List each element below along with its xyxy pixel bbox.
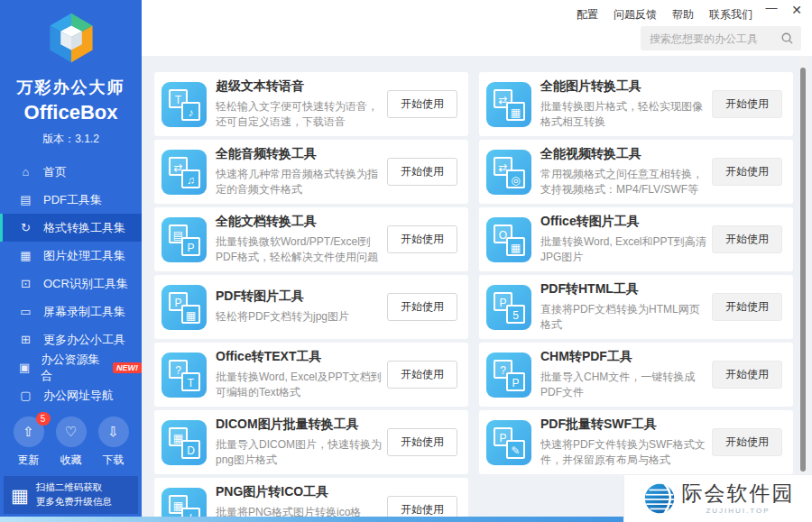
pdf-to-image-start-button[interactable]: 开始使用 xyxy=(387,293,457,321)
icon-glyph-front: D xyxy=(181,440,200,459)
tool-desc: 批量转换图片格式，轻松实现图像格式相互转换 xyxy=(540,99,706,130)
tool-text: 全能视频转换工具常用视频格式之间任意互相转换，支持视频格式：MP4/FLV/SW… xyxy=(540,146,712,197)
app-title: 万彩办公大师 xyxy=(0,77,142,98)
tool-desc: 批量导入DICOM图片，快速转换为png图片格式 xyxy=(216,437,382,468)
more-office-tools-icon: ⊞ xyxy=(18,333,33,346)
update-button[interactable]: ⇧5更新 xyxy=(14,417,44,468)
tool-text: 超级文本转语音轻松输入文字便可快速转为语音，还可自定义语速，下载语音 xyxy=(216,78,387,130)
image-converter-icon: ⇄▦ xyxy=(486,82,531,127)
qr-text-line1: 扫描二维码获取 xyxy=(36,481,103,492)
icon-glyph-front: ♪ xyxy=(181,102,200,121)
text-to-speech-icon: T♪ xyxy=(161,82,207,127)
action-label: 下载 xyxy=(98,453,129,468)
tool-text: PDF转HTML工具直接将PDF文档转换为HTML网页格式 xyxy=(540,281,712,333)
close-button[interactable]: ✕ xyxy=(787,3,807,17)
tool-text: DICOM图片批量转换工具批量导入DICOM图片，快速转换为png图片格式 xyxy=(216,417,387,468)
tool-desc: 批量导入CHM文件，一键转换成PDF文件 xyxy=(540,370,706,400)
tool-title: DICOM图片批量转换工具 xyxy=(216,417,382,433)
sidebar-menu: ⌂首页▤PDF工具集↻格式转换工具集▦图片处理工具集⊡OCR识别工具集▭屏幕录制… xyxy=(0,158,142,409)
sidebar-item-more-office-tools[interactable]: ⊞更多办公小工具 xyxy=(0,325,142,353)
qr-text: 扫描二维码获取 更多免费升级信息 xyxy=(36,481,112,509)
qr-text-line2: 更多免费升级信息 xyxy=(36,496,112,507)
download-glyph: ⇩ xyxy=(107,424,119,440)
sidebar-item-office-resources[interactable]: ▣办公资源集合NEW! xyxy=(0,353,142,381)
pdf-to-html-start-button[interactable]: 开始使用 xyxy=(712,293,782,321)
sidebar-item-image-tools[interactable]: ▦图片处理工具集 xyxy=(0,242,142,270)
tool-desc: 常用视频格式之间任意互相转换，支持视频格式：MP4/FLV/SWF等 xyxy=(540,167,706,197)
tool-card-pdf-to-image: P▦PDF转图片工具轻松将PDF文档转为jpg图片开始使用 xyxy=(154,275,468,339)
topbar-links: 配置问题反馈帮助联系我们 xyxy=(577,7,752,23)
new-badge: NEW! xyxy=(113,362,142,373)
tool-text: CHM转PDF工具批量导入CHM文件，一键转换成PDF文件 xyxy=(540,349,712,400)
dicom-converter-start-button[interactable]: 开始使用 xyxy=(387,428,457,456)
scrollbar-thumb[interactable] xyxy=(800,68,806,472)
pdf-tools-icon: ▤ xyxy=(18,193,33,206)
icon-glyph-front: ✎ xyxy=(506,440,525,459)
sidebar-item-label: 首页 xyxy=(43,164,67,180)
search-icon[interactable] xyxy=(780,32,794,45)
sidebar-item-office-nav[interactable]: ▢办公网址导航 xyxy=(0,381,142,409)
topbar-link[interactable]: 配置 xyxy=(577,7,598,23)
sidebar-item-label: 屏幕录制工具集 xyxy=(43,304,125,320)
pdf-to-swf-start-button[interactable]: 开始使用 xyxy=(712,428,782,456)
tool-text: Office转TEXT工具批量转换Word, Excel及PPT文档到可编辑的T… xyxy=(216,349,387,400)
ocr-tools-icon: ⊡ xyxy=(18,277,33,290)
tools-content: T♪超级文本转语音轻松输入文字便可快速转为语音，还可自定义语速，下载语音开始使用… xyxy=(142,56,812,522)
action-label: 收藏 xyxy=(56,453,87,468)
icon-glyph-front: T xyxy=(181,372,200,391)
audio-converter-icon: ⇄♫ xyxy=(161,150,207,195)
tool-desc: 直接将PDF文档转换为HTML网页格式 xyxy=(540,302,706,333)
officebox-window: 万彩办公大师 OfficeBox 版本：3.1.2 ⌂首页▤PDF工具集↻格式转… xyxy=(0,0,812,522)
logo: 万彩办公大师 OfficeBox 版本：3.1.2 xyxy=(0,0,142,147)
pdf-to-swf-icon: P✎ xyxy=(486,420,531,465)
tool-desc: 轻松输入文字便可快速转为语音，还可自定义语速，下载语音 xyxy=(216,99,382,130)
sidebar-item-ocr-tools[interactable]: ⊡OCR识别工具集 xyxy=(0,270,142,298)
watermark-text: 际会软件园 ZUJIHUI.TOP xyxy=(682,483,795,515)
tool-desc: 批量转换微软Word/PPT/Excel到PDF格式，轻松解决文件使用问题 xyxy=(216,234,382,265)
tool-card-pdf-to-html: P5PDF转HTML工具直接将PDF文档转换为HTML网页格式开始使用 xyxy=(479,275,793,339)
screen-record-tools-icon: ▭ xyxy=(18,305,33,318)
chm-to-pdf-start-button[interactable]: 开始使用 xyxy=(712,361,782,389)
topbar-link[interactable]: 问题反馈 xyxy=(614,7,657,23)
video-converter-start-button[interactable]: 开始使用 xyxy=(712,158,782,186)
app-version: 版本：3.1.2 xyxy=(0,132,142,147)
office-to-text-start-button[interactable]: 开始使用 xyxy=(387,361,457,389)
icon-glyph-front: 5 xyxy=(506,305,525,324)
download-button[interactable]: ⇩下载 xyxy=(98,417,129,468)
icon-glyph-front: ♫ xyxy=(181,169,200,188)
sidebar-item-format-convert-tools[interactable]: ↻格式转换工具集 xyxy=(0,214,142,242)
sidebar-item-label: 办公资源集合 xyxy=(42,352,102,384)
tool-card-office-to-image: O▦Office转图片工具批量转换Word, Excel和PPT到高清JPG图片… xyxy=(479,207,793,271)
icon-glyph-front: P xyxy=(506,372,525,391)
sidebar-item-pdf-tools[interactable]: ▤PDF工具集 xyxy=(0,186,142,214)
tool-card-video-converter: ⇄◎全能视频转换工具常用视频格式之间任意互相转换，支持视频格式：MP4/FLV/… xyxy=(479,140,793,204)
search-input[interactable] xyxy=(641,26,801,50)
icon-glyph-front: ▦ xyxy=(506,102,525,121)
tool-text: 全能图片转换工具批量转换图片格式，轻松实现图像格式相互转换 xyxy=(540,78,712,130)
minimize-button[interactable]: — xyxy=(761,1,781,14)
office-to-image-start-button[interactable]: 开始使用 xyxy=(712,225,782,253)
chm-to-pdf-icon: ?P xyxy=(486,353,531,398)
favorites-icon: ♡ xyxy=(56,417,87,447)
text-to-speech-start-button[interactable]: 开始使用 xyxy=(387,90,457,118)
image-converter-start-button[interactable]: 开始使用 xyxy=(712,90,782,118)
update-count-badge: 5 xyxy=(36,412,51,426)
tool-card-text-to-speech: T♪超级文本转语音轻松输入文字便可快速转为语音，还可自定义语速，下载语音开始使用 xyxy=(154,72,468,136)
topbar-link[interactable]: 联系我们 xyxy=(709,7,752,23)
favorites-glyph: ♡ xyxy=(65,424,77,440)
document-converter-start-button[interactable]: 开始使用 xyxy=(387,225,457,253)
office-resources-icon: ▣ xyxy=(18,361,32,374)
sidebar-item-screen-record-tools[interactable]: ▭屏幕录制工具集 xyxy=(0,298,142,325)
favorites-button[interactable]: ♡收藏 xyxy=(56,417,87,468)
tool-desc: 轻松将PDF文档转为jpg图片 xyxy=(216,309,382,325)
office-to-text-icon: ?T xyxy=(161,353,207,398)
audio-converter-start-button[interactable]: 开始使用 xyxy=(387,158,457,186)
sidebar-item-home[interactable]: ⌂首页 xyxy=(0,158,142,186)
tool-desc: 快速将几种常用音频格式转换为指定的音频文件格式 xyxy=(216,167,382,197)
tools-grid: T♪超级文本转语音轻松输入文字便可快速转为语音，还可自定义语速，下载语音开始使用… xyxy=(154,72,793,522)
tool-text: 全能音频转换工具快速将几种常用音频格式转换为指定的音频文件格式 xyxy=(216,146,387,197)
topbar-link[interactable]: 帮助 xyxy=(672,7,694,23)
icon-glyph-front: ▦ xyxy=(181,305,200,324)
sidebar-item-label: 格式转换工具集 xyxy=(43,220,125,236)
video-converter-icon: ⇄◎ xyxy=(486,150,531,195)
